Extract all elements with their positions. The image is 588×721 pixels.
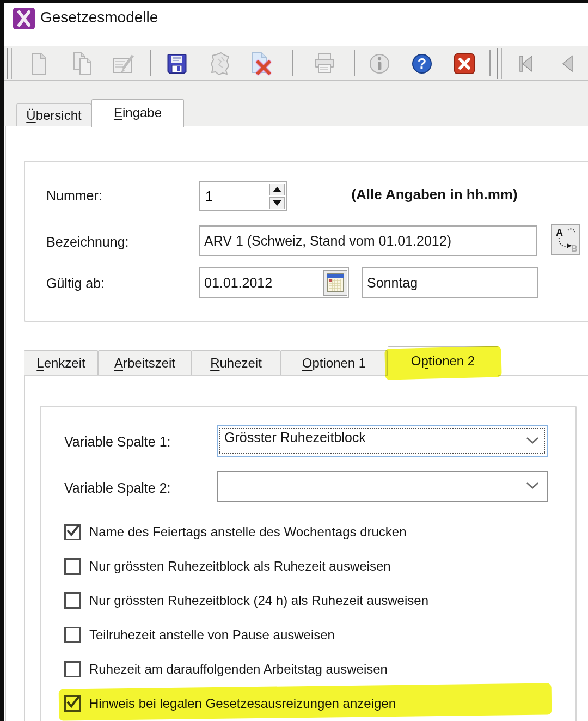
svg-text:?: ? bbox=[418, 56, 427, 72]
weekday-field[interactable] bbox=[362, 267, 538, 298]
delete-record-button[interactable] bbox=[247, 50, 274, 77]
info-circle-icon bbox=[367, 52, 392, 75]
checkbox-label: Ruhezeit am darauffolgenden Arbeitstag a… bbox=[89, 662, 388, 677]
previous-record-icon bbox=[555, 53, 580, 75]
checkmark-icon bbox=[65, 523, 81, 539]
checkbox-row-groesster-block-24h: Nur grössten Ruhezeitblock (24 h) als Ru… bbox=[64, 591, 428, 610]
copy-documents-icon bbox=[71, 52, 96, 76]
chevron-down-icon bbox=[526, 436, 539, 446]
new-record-button[interactable] bbox=[25, 50, 52, 77]
bezeichnung-label: Bezeichnung: bbox=[46, 234, 129, 250]
app-logo-icon bbox=[13, 8, 35, 29]
chevron-down-icon bbox=[526, 481, 539, 491]
gesetzesmodelle-window: Gesetzesmodelle bbox=[0, 0, 588, 721]
toolbar-separator bbox=[489, 50, 491, 76]
checkmark-icon bbox=[65, 695, 81, 710]
toolbar-separator bbox=[292, 50, 293, 76]
nummer-spinner bbox=[199, 181, 287, 211]
variable-spalte-1-label: Variable Spalte 1: bbox=[64, 434, 171, 450]
crumpled-paper-icon bbox=[208, 52, 233, 76]
units-note: (Alle Angaben in hh.mm) bbox=[326, 186, 543, 203]
checkbox-row-feiertag-name: Name des Feiertags anstelle des Wochenta… bbox=[64, 523, 407, 541]
tab-lenkzeit[interactable]: Lenkzeit bbox=[24, 350, 98, 375]
first-record-button[interactable] bbox=[512, 50, 539, 77]
checkbox-hinweis-gesetzesausreizung[interactable] bbox=[64, 695, 81, 712]
previous-record-button[interactable] bbox=[554, 50, 581, 77]
first-record-icon bbox=[513, 53, 538, 75]
copy-record-button[interactable] bbox=[70, 50, 97, 77]
toolbar-separator bbox=[150, 50, 151, 76]
nummer-label: Nummer: bbox=[46, 188, 102, 204]
tab-optionen-2[interactable]: Optionen 2 bbox=[388, 346, 498, 376]
document-red-x-icon bbox=[248, 52, 273, 76]
window-edge-top bbox=[0, 0, 588, 3]
question-circle-icon: ? bbox=[409, 52, 434, 75]
checkbox-label: Teilruhezeit anstelle von Pause ausweise… bbox=[89, 627, 335, 643]
checkbox-row-teilruhezeit: Teilruhezeit anstelle von Pause ausweise… bbox=[64, 626, 335, 644]
checkbox-teilruhezeit[interactable] bbox=[64, 627, 81, 643]
svg-text:B: B bbox=[571, 244, 578, 253]
edit-form-icon bbox=[111, 52, 136, 76]
checkbox-label: Name des Feiertags anstelle des Wochenta… bbox=[89, 524, 407, 540]
tab-uebersicht[interactable]: Übersicht bbox=[16, 103, 91, 126]
a-to-b-icon: A B bbox=[553, 246, 578, 254]
tab-eingabe[interactable]: Eingabe bbox=[91, 99, 184, 127]
toolbar-grip[interactable] bbox=[497, 48, 504, 79]
blank-document-icon bbox=[26, 52, 51, 76]
toolbar: ? bbox=[4, 46, 588, 81]
tab-arbeitszeit[interactable]: Arbeitszeit bbox=[98, 350, 192, 375]
title-bar: Gesetzesmodelle bbox=[4, 3, 588, 46]
toolbar-separator bbox=[354, 50, 355, 76]
checkbox-label: Hinweis bei legalen Gesetzesausreizungen… bbox=[89, 696, 396, 711]
red-close-icon bbox=[452, 52, 477, 75]
tab-ruhezeit[interactable]: Ruhezeit bbox=[192, 350, 280, 375]
nummer-input[interactable] bbox=[200, 182, 270, 210]
calendar-icon bbox=[326, 286, 345, 295]
tab-optionen-1[interactable]: Optionen 1 bbox=[280, 350, 388, 375]
window-edge-left bbox=[0, 0, 4, 721]
checkbox-row-groesster-block: Nur grössten Ruhezeitblock als Ruhezeit … bbox=[64, 557, 391, 576]
variable-spalte-2-label: Variable Spalte 2: bbox=[64, 480, 171, 496]
checkbox-groesster-block-24h[interactable] bbox=[64, 592, 81, 609]
printer-icon bbox=[313, 52, 338, 75]
print-button[interactable] bbox=[311, 50, 339, 77]
svg-text:A: A bbox=[556, 227, 563, 238]
checkbox-ruhezeit-folgetag[interactable] bbox=[64, 661, 81, 677]
spinner-down-button[interactable] bbox=[270, 197, 285, 209]
spinner-up-button[interactable] bbox=[270, 184, 285, 195]
checkbox-groesster-block[interactable] bbox=[64, 558, 81, 575]
save-button[interactable] bbox=[163, 50, 191, 77]
window-title: Gesetzesmodelle bbox=[40, 9, 158, 26]
checkbox-label: Nur grössten Ruhezeitblock als Ruhezeit … bbox=[89, 559, 391, 574]
checkbox-row-hinweis-gesetzesausreizung: Hinweis bei legalen Gesetzesausreizungen… bbox=[64, 694, 396, 713]
edit-record-button[interactable] bbox=[110, 50, 137, 77]
close-button[interactable] bbox=[451, 50, 478, 77]
gueltig-ab-label: Gültig ab: bbox=[46, 276, 105, 291]
floppy-disk-icon bbox=[164, 52, 189, 75]
help-button[interactable]: ? bbox=[408, 50, 436, 77]
bezeichnung-input[interactable] bbox=[199, 225, 537, 256]
variable-spalte-2-dropdown[interactable] bbox=[217, 471, 548, 502]
toolbar-grip[interactable] bbox=[7, 48, 14, 79]
discard-changes-button[interactable] bbox=[207, 50, 234, 77]
checkbox-feiertag-name[interactable] bbox=[64, 524, 81, 540]
info-button[interactable] bbox=[366, 50, 393, 77]
checkbox-row-ruhezeit-folgetag: Ruhezeit am darauffolgenden Arbeitstag a… bbox=[64, 660, 388, 679]
translate-ab-button[interactable]: A B bbox=[551, 224, 580, 255]
calendar-picker-button[interactable] bbox=[323, 270, 347, 296]
checkbox-label: Nur grössten Ruhezeitblock (24 h) als Ru… bbox=[89, 593, 428, 608]
variable-spalte-1-dropdown[interactable]: Grösster Ruhezeitblock bbox=[217, 425, 548, 457]
